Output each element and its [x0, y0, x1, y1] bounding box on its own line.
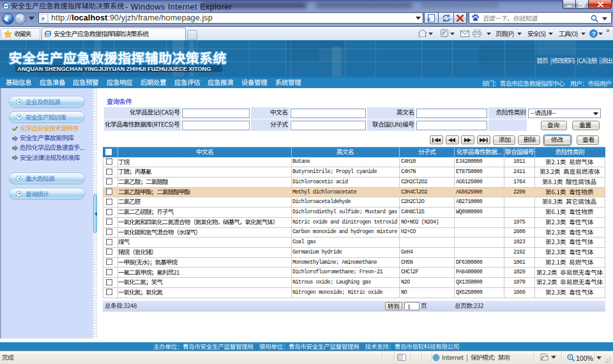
svg-text:?: ? — [592, 30, 596, 37]
svg-text:e: e — [42, 15, 45, 22]
